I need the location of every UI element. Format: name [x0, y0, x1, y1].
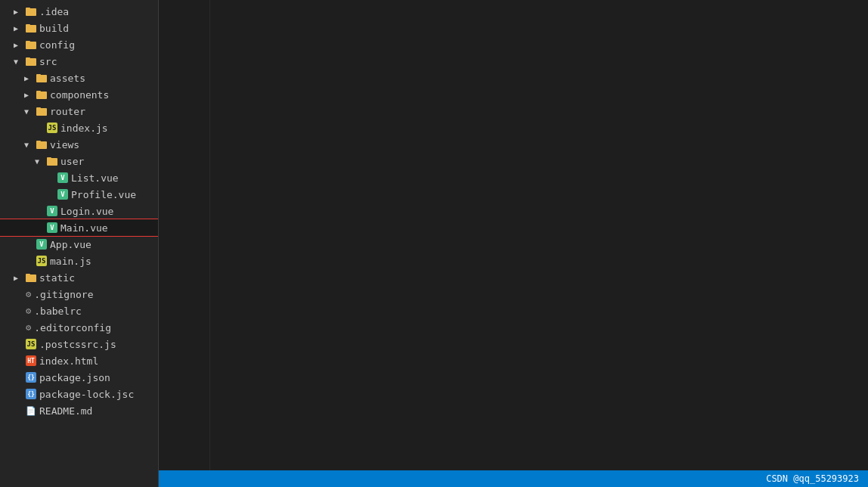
sidebar-item-label: build: [39, 23, 69, 34]
vue-icon: V: [36, 239, 47, 250]
sidebar-item-user[interactable]: ▼user: [0, 153, 158, 169]
sidebar-item-label: Login.vue: [60, 206, 113, 217]
sidebar-item-label: views: [50, 139, 79, 150]
svg-rect-19: [26, 274, 30, 276]
sidebar-item-label: .babelrc: [34, 306, 82, 317]
json-icon: {}: [26, 372, 36, 383]
arrow-icon: ▼: [35, 157, 47, 166]
gutter: [159, 0, 174, 470]
line-numbers: [174, 0, 210, 470]
js-icon: JS: [36, 256, 47, 266]
folder-icon: [26, 272, 36, 283]
sidebar-item-label: Main.vue: [60, 222, 108, 234]
sidebar-item-label: .postcssrc.js: [39, 339, 116, 350]
sidebar-item-assets[interactable]: ▶assets: [0, 70, 158, 86]
arrow-icon: ▶: [24, 91, 36, 99]
folder-icon: [47, 156, 57, 166]
sidebar-item-list_vue[interactable]: VList.vue: [0, 169, 158, 186]
folder-icon: [26, 23, 36, 33]
sidebar-item-index_html[interactable]: HTindex.html: [0, 352, 158, 369]
sidebar-item-label: static: [39, 272, 75, 284]
js-icon: JS: [47, 123, 57, 133]
svg-rect-9: [36, 74, 41, 76]
vue-icon: V: [47, 222, 57, 233]
arrow-icon: ▼: [14, 57, 26, 66]
sidebar-item-build[interactable]: ▶build: [0, 20, 158, 36]
sidebar-item-label: components: [50, 89, 109, 101]
sidebar-item-label: package-lock.jsc: [39, 389, 134, 400]
folder-icon: [36, 89, 47, 100]
sidebar-item-label: index.html: [39, 355, 98, 367]
folder-icon: [26, 39, 36, 50]
sidebar-item-label: Profile.vue: [71, 189, 136, 200]
sidebar-item-label: index.js: [60, 123, 108, 134]
sidebar-item-login_vue[interactable]: VLogin.vue: [0, 203, 158, 219]
json-icon: {}: [26, 389, 36, 399]
arrow-icon: ▶: [24, 74, 36, 82]
sidebar-item-views[interactable]: ▼views: [0, 136, 158, 153]
md-icon: 📄: [26, 406, 36, 416]
status-text: CSDN @qq_55293923: [766, 473, 859, 484]
svg-rect-3: [26, 24, 30, 26]
sidebar-item-label: .editorconfig: [34, 322, 111, 333]
sidebar-item-label: App.vue: [50, 239, 91, 250]
vue-icon: V: [47, 206, 57, 216]
file-explorer: ▶.idea▶build▶config▼src▶assets▶component…: [0, 0, 159, 487]
ignore-icon: ⚙: [26, 289, 31, 299]
svg-rect-5: [26, 41, 30, 43]
svg-rect-1: [26, 8, 30, 10]
vue-icon: V: [57, 172, 68, 183]
folder-icon: [36, 106, 47, 116]
svg-rect-13: [36, 107, 41, 110]
sidebar-item-components[interactable]: ▶components: [0, 86, 158, 103]
svg-rect-7: [26, 57, 30, 60]
folder-icon: [36, 73, 47, 83]
sidebar-item-index_js[interactable]: JSindex.js: [0, 119, 158, 136]
sidebar-item-config[interactable]: ▶config: [0, 36, 158, 53]
sidebar-item-package_json[interactable]: {}package.json: [0, 369, 158, 386]
arrow-icon: ▶: [14, 24, 26, 33]
sidebar-item-label: router: [50, 106, 85, 117]
svg-rect-17: [47, 157, 51, 160]
html-icon: HT: [26, 355, 36, 366]
sidebar-item-label: assets: [50, 73, 85, 84]
code-editor: CSDN @qq_55293923: [159, 0, 868, 487]
arrow-icon: ▶: [14, 41, 26, 49]
svg-rect-11: [36, 91, 41, 93]
folder-icon: [36, 139, 47, 150]
folder-icon: [26, 6, 36, 17]
sidebar-item-router[interactable]: ▼router: [0, 103, 158, 119]
sidebar-item-label: main.js: [50, 256, 91, 267]
sidebar-item-label: List.vue: [71, 172, 119, 184]
sidebar-item-label: package.json: [39, 372, 110, 383]
sidebar-item-readme[interactable]: 📄README.md: [0, 402, 158, 419]
sidebar-item-label: .idea: [39, 6, 69, 17]
arrow-icon: ▼: [24, 107, 36, 116]
sidebar-item-babelrc[interactable]: ⚙.babelrc: [0, 302, 158, 319]
status-bar: CSDN @qq_55293923: [159, 470, 868, 487]
sidebar-item-src[interactable]: ▼src: [0, 53, 158, 70]
sidebar-item-idea[interactable]: ▶.idea: [0, 3, 158, 20]
code-content[interactable]: [210, 0, 868, 470]
sidebar-item-label: user: [60, 156, 84, 167]
sidebar-item-main_vue[interactable]: VMain.vue: [0, 219, 158, 236]
sidebar-item-app_vue[interactable]: VApp.vue: [0, 236, 158, 253]
arrow-icon: ▶: [14, 8, 26, 16]
gutter-line: [159, 0, 174, 17]
arrow-icon: ▼: [24, 141, 36, 149]
sidebar-item-package_lock[interactable]: {}package-lock.jsc: [0, 386, 158, 402]
sidebar-item-postcssrc[interactable]: JS.postcssrc.js: [0, 336, 158, 352]
sidebar-item-label: .gitignore: [34, 289, 93, 300]
sidebar-item-gitignore[interactable]: ⚙.gitignore: [0, 286, 158, 302]
js-icon: JS: [26, 339, 36, 349]
sidebar-item-editorconfig[interactable]: ⚙.editorconfig: [0, 319, 158, 336]
svg-rect-15: [36, 141, 41, 143]
sidebar-item-static[interactable]: ▶static: [0, 269, 158, 286]
ignore-icon: ⚙: [26, 322, 31, 333]
sidebar-item-label: src: [39, 56, 57, 67]
folder-icon: [26, 56, 36, 67]
vue-icon: V: [57, 189, 68, 200]
sidebar-item-label: README.md: [39, 405, 92, 417]
sidebar-item-profile_vue[interactable]: VProfile.vue: [0, 186, 158, 203]
sidebar-item-main_js[interactable]: JSmain.js: [0, 253, 158, 269]
